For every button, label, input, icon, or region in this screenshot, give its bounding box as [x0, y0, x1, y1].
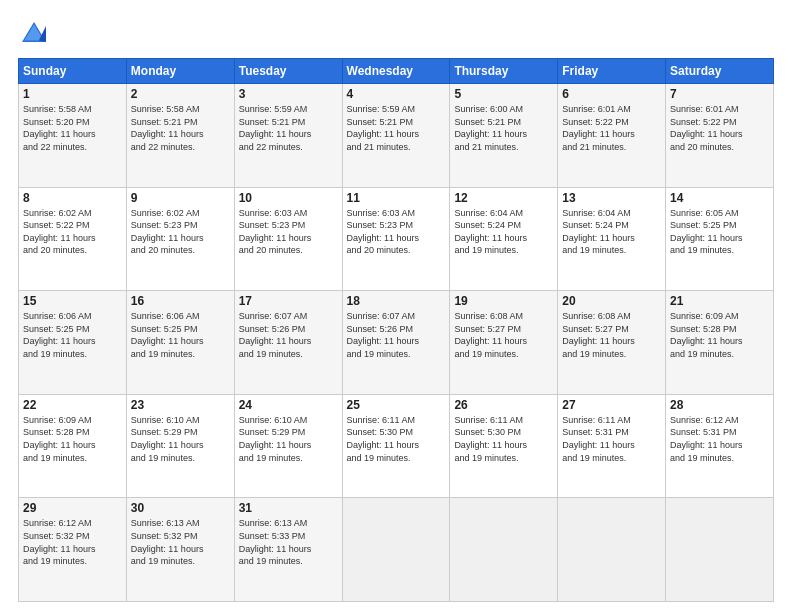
day-info: Sunrise: 5:58 AMSunset: 5:21 PMDaylight:…: [131, 104, 204, 152]
day-info: Sunrise: 6:03 AMSunset: 5:23 PMDaylight:…: [239, 208, 312, 256]
logo-icon: [18, 18, 50, 50]
day-number: 23: [131, 398, 230, 412]
day-info: Sunrise: 6:00 AMSunset: 5:21 PMDaylight:…: [454, 104, 527, 152]
day-info: Sunrise: 5:59 AMSunset: 5:21 PMDaylight:…: [347, 104, 420, 152]
day-header-thursday: Thursday: [450, 59, 558, 84]
day-info: Sunrise: 6:11 AMSunset: 5:30 PMDaylight:…: [454, 415, 527, 463]
day-info: Sunrise: 6:10 AMSunset: 5:29 PMDaylight:…: [131, 415, 204, 463]
day-info: Sunrise: 6:08 AMSunset: 5:27 PMDaylight:…: [562, 311, 635, 359]
calendar-cell: 2Sunrise: 5:58 AMSunset: 5:21 PMDaylight…: [126, 84, 234, 188]
calendar-cell: 4Sunrise: 5:59 AMSunset: 5:21 PMDaylight…: [342, 84, 450, 188]
calendar-cell: 5Sunrise: 6:00 AMSunset: 5:21 PMDaylight…: [450, 84, 558, 188]
day-info: Sunrise: 6:02 AMSunset: 5:23 PMDaylight:…: [131, 208, 204, 256]
calendar-cell: 21Sunrise: 6:09 AMSunset: 5:28 PMDayligh…: [666, 291, 774, 395]
calendar-cell: 18Sunrise: 6:07 AMSunset: 5:26 PMDayligh…: [342, 291, 450, 395]
header: [18, 18, 774, 50]
calendar-cell: 12Sunrise: 6:04 AMSunset: 5:24 PMDayligh…: [450, 187, 558, 291]
day-number: 15: [23, 294, 122, 308]
calendar-cell: 3Sunrise: 5:59 AMSunset: 5:21 PMDaylight…: [234, 84, 342, 188]
calendar-table: SundayMondayTuesdayWednesdayThursdayFrid…: [18, 58, 774, 602]
calendar-cell: 17Sunrise: 6:07 AMSunset: 5:26 PMDayligh…: [234, 291, 342, 395]
day-header-wednesday: Wednesday: [342, 59, 450, 84]
day-info: Sunrise: 6:13 AMSunset: 5:32 PMDaylight:…: [131, 518, 204, 566]
day-info: Sunrise: 6:04 AMSunset: 5:24 PMDaylight:…: [562, 208, 635, 256]
day-header-friday: Friday: [558, 59, 666, 84]
calendar-cell: 9Sunrise: 6:02 AMSunset: 5:23 PMDaylight…: [126, 187, 234, 291]
day-header-monday: Monday: [126, 59, 234, 84]
day-info: Sunrise: 6:01 AMSunset: 5:22 PMDaylight:…: [562, 104, 635, 152]
day-number: 9: [131, 191, 230, 205]
day-number: 8: [23, 191, 122, 205]
calendar-cell: 10Sunrise: 6:03 AMSunset: 5:23 PMDayligh…: [234, 187, 342, 291]
logo: [18, 18, 54, 50]
day-info: Sunrise: 6:09 AMSunset: 5:28 PMDaylight:…: [670, 311, 743, 359]
day-info: Sunrise: 6:07 AMSunset: 5:26 PMDaylight:…: [347, 311, 420, 359]
day-number: 3: [239, 87, 338, 101]
day-info: Sunrise: 6:02 AMSunset: 5:22 PMDaylight:…: [23, 208, 96, 256]
day-header-sunday: Sunday: [19, 59, 127, 84]
calendar-cell: 8Sunrise: 6:02 AMSunset: 5:22 PMDaylight…: [19, 187, 127, 291]
calendar-cell: 24Sunrise: 6:10 AMSunset: 5:29 PMDayligh…: [234, 394, 342, 498]
day-number: 30: [131, 501, 230, 515]
day-info: Sunrise: 6:04 AMSunset: 5:24 PMDaylight:…: [454, 208, 527, 256]
day-number: 16: [131, 294, 230, 308]
calendar-cell: 30Sunrise: 6:13 AMSunset: 5:32 PMDayligh…: [126, 498, 234, 602]
day-info: Sunrise: 6:11 AMSunset: 5:31 PMDaylight:…: [562, 415, 635, 463]
week-row-5: 29Sunrise: 6:12 AMSunset: 5:32 PMDayligh…: [19, 498, 774, 602]
day-info: Sunrise: 6:06 AMSunset: 5:25 PMDaylight:…: [131, 311, 204, 359]
day-number: 2: [131, 87, 230, 101]
day-info: Sunrise: 6:06 AMSunset: 5:25 PMDaylight:…: [23, 311, 96, 359]
calendar-cell: 27Sunrise: 6:11 AMSunset: 5:31 PMDayligh…: [558, 394, 666, 498]
day-number: 4: [347, 87, 446, 101]
day-number: 29: [23, 501, 122, 515]
calendar-cell: 20Sunrise: 6:08 AMSunset: 5:27 PMDayligh…: [558, 291, 666, 395]
calendar-cell: 13Sunrise: 6:04 AMSunset: 5:24 PMDayligh…: [558, 187, 666, 291]
day-number: 14: [670, 191, 769, 205]
day-number: 22: [23, 398, 122, 412]
day-info: Sunrise: 6:01 AMSunset: 5:22 PMDaylight:…: [670, 104, 743, 152]
day-number: 31: [239, 501, 338, 515]
day-number: 1: [23, 87, 122, 101]
day-info: Sunrise: 6:12 AMSunset: 5:31 PMDaylight:…: [670, 415, 743, 463]
week-row-1: 1Sunrise: 5:58 AMSunset: 5:20 PMDaylight…: [19, 84, 774, 188]
calendar-cell: 25Sunrise: 6:11 AMSunset: 5:30 PMDayligh…: [342, 394, 450, 498]
calendar-cell: 6Sunrise: 6:01 AMSunset: 5:22 PMDaylight…: [558, 84, 666, 188]
day-info: Sunrise: 6:07 AMSunset: 5:26 PMDaylight:…: [239, 311, 312, 359]
day-header-tuesday: Tuesday: [234, 59, 342, 84]
day-number: 19: [454, 294, 553, 308]
calendar-cell: 15Sunrise: 6:06 AMSunset: 5:25 PMDayligh…: [19, 291, 127, 395]
day-info: Sunrise: 6:03 AMSunset: 5:23 PMDaylight:…: [347, 208, 420, 256]
day-number: 20: [562, 294, 661, 308]
day-number: 11: [347, 191, 446, 205]
day-number: 10: [239, 191, 338, 205]
day-number: 26: [454, 398, 553, 412]
calendar-cell: 23Sunrise: 6:10 AMSunset: 5:29 PMDayligh…: [126, 394, 234, 498]
day-number: 13: [562, 191, 661, 205]
day-info: Sunrise: 6:10 AMSunset: 5:29 PMDaylight:…: [239, 415, 312, 463]
header-row: SundayMondayTuesdayWednesdayThursdayFrid…: [19, 59, 774, 84]
day-number: 12: [454, 191, 553, 205]
calendar-cell: 11Sunrise: 6:03 AMSunset: 5:23 PMDayligh…: [342, 187, 450, 291]
day-info: Sunrise: 5:58 AMSunset: 5:20 PMDaylight:…: [23, 104, 96, 152]
day-number: 28: [670, 398, 769, 412]
calendar-cell: 1Sunrise: 5:58 AMSunset: 5:20 PMDaylight…: [19, 84, 127, 188]
day-number: 21: [670, 294, 769, 308]
page: SundayMondayTuesdayWednesdayThursdayFrid…: [0, 0, 792, 612]
week-row-4: 22Sunrise: 6:09 AMSunset: 5:28 PMDayligh…: [19, 394, 774, 498]
day-number: 6: [562, 87, 661, 101]
calendar-cell: 19Sunrise: 6:08 AMSunset: 5:27 PMDayligh…: [450, 291, 558, 395]
calendar-cell: 22Sunrise: 6:09 AMSunset: 5:28 PMDayligh…: [19, 394, 127, 498]
calendar-cell: [450, 498, 558, 602]
calendar-cell: 7Sunrise: 6:01 AMSunset: 5:22 PMDaylight…: [666, 84, 774, 188]
day-number: 7: [670, 87, 769, 101]
day-info: Sunrise: 6:11 AMSunset: 5:30 PMDaylight:…: [347, 415, 420, 463]
day-number: 24: [239, 398, 338, 412]
day-number: 18: [347, 294, 446, 308]
week-row-2: 8Sunrise: 6:02 AMSunset: 5:22 PMDaylight…: [19, 187, 774, 291]
day-number: 5: [454, 87, 553, 101]
day-header-saturday: Saturday: [666, 59, 774, 84]
calendar-cell: 16Sunrise: 6:06 AMSunset: 5:25 PMDayligh…: [126, 291, 234, 395]
day-number: 27: [562, 398, 661, 412]
week-row-3: 15Sunrise: 6:06 AMSunset: 5:25 PMDayligh…: [19, 291, 774, 395]
day-number: 25: [347, 398, 446, 412]
